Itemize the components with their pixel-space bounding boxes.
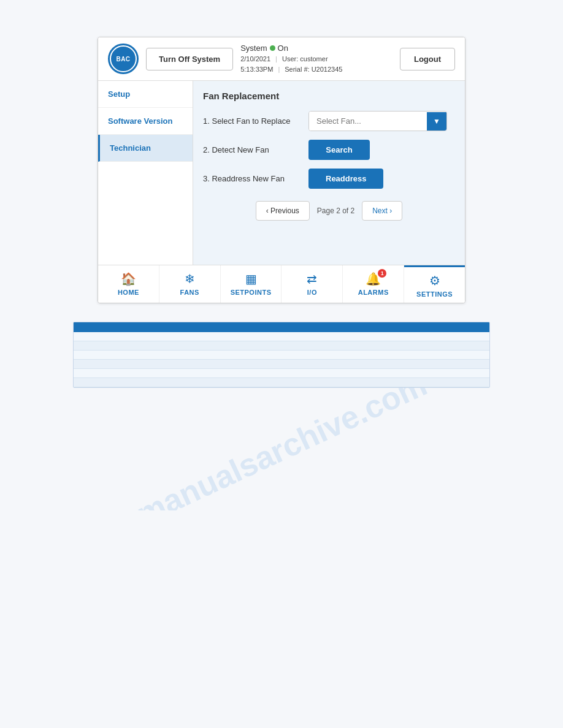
table-header-row	[74, 322, 489, 332]
alarm-badge: 1	[378, 269, 386, 278]
nav-item-home[interactable]: 🏠 HOME	[98, 265, 159, 303]
system-info: System On 2/10/2021 | User: customer 5:1…	[240, 44, 393, 74]
setpoints-icon: ▦	[245, 271, 257, 286]
nav-label-settings: SETTINGS	[416, 290, 453, 298]
time: 5:13:33PM	[240, 64, 273, 75]
watermark: manualsarchive.com	[131, 388, 432, 510]
turn-off-button[interactable]: Turn Off System	[146, 48, 233, 70]
table-cell	[153, 341, 489, 350]
fan-step-2: 2. Detect New Fan Search	[203, 140, 455, 160]
step-3-label: 3. Readdress New Fan	[203, 174, 301, 183]
watermark-container: manualsarchive.com	[73, 388, 490, 510]
user: User: customer	[282, 54, 328, 64]
nav-item-io[interactable]: ⇄ I/O	[282, 265, 343, 303]
serial: Serial #: U2012345	[285, 64, 342, 75]
header: BAC Turn Off System System On 2/10/2021 …	[98, 37, 465, 81]
next-button[interactable]: Next ›	[362, 201, 402, 221]
status-dot	[270, 45, 275, 51]
step-1-label: 1. Select Fan to Replace	[203, 116, 301, 126]
logo-inner: BAC	[110, 45, 137, 72]
sidebar: Setup Software Version Technician	[98, 81, 193, 265]
table-row	[74, 369, 489, 378]
previous-button[interactable]: ‹ Previous	[256, 201, 310, 221]
table-row	[74, 332, 489, 341]
nav-label-setpoints: SETPOINTS	[231, 289, 272, 296]
page-info: Page 2 of 2	[317, 207, 354, 215]
table-cell	[74, 378, 153, 387]
readdress-button[interactable]: Readdress	[308, 169, 383, 189]
status-label: On	[278, 44, 288, 53]
table-cell	[153, 378, 489, 387]
table-header-col1	[74, 322, 153, 332]
sidebar-item-technician[interactable]: Technician	[98, 135, 193, 162]
panel-title: Fan Replacement	[203, 91, 455, 101]
sidebar-item-setup[interactable]: Setup	[98, 81, 193, 108]
nav-label-home: HOME	[118, 289, 139, 296]
fan-step-3: 3. Readdress New Fan Readdress	[203, 169, 455, 189]
table-cell	[153, 332, 489, 341]
sidebar-item-software-version[interactable]: Software Version	[98, 108, 193, 135]
fan-select-container[interactable]: ▼	[308, 111, 447, 131]
home-icon: 🏠	[121, 271, 136, 286]
table-cell	[153, 369, 489, 377]
nav-label-alarms: ALARMS	[358, 289, 389, 296]
content-panel: Fan Replacement 1. Select Fan to Replace…	[193, 81, 465, 265]
search-button[interactable]: Search	[308, 140, 370, 160]
fan-step-1: 1. Select Fan to Replace ▼	[203, 111, 455, 131]
io-icon: ⇄	[307, 271, 317, 286]
system-label: System	[240, 44, 267, 53]
logo: BAC	[108, 44, 139, 74]
meta-row-2: 5:13:33PM | Serial #: U2012345	[240, 64, 393, 75]
nav-label-fans: FANS	[180, 289, 199, 296]
table-row	[74, 341, 489, 351]
system-meta: 2/10/2021 | User: customer 5:13:33PM | S…	[240, 54, 393, 74]
divider: |	[275, 54, 277, 64]
meta-row-1: 2/10/2021 | User: customer	[240, 54, 393, 64]
step-2-label: 2. Detect New Fan	[203, 145, 301, 154]
nav-label-io: I/O	[307, 289, 317, 296]
logo-text: BAC	[116, 56, 130, 63]
table-cell	[74, 369, 153, 377]
logout-button[interactable]: Logout	[400, 48, 455, 70]
fans-icon: ❄	[185, 271, 195, 286]
table-cell	[153, 360, 489, 368]
nav-item-settings[interactable]: ⚙ SETTINGS	[404, 265, 465, 303]
table-cell	[74, 332, 153, 341]
nav-item-fans[interactable]: ❄ FANS	[159, 265, 221, 303]
main-content: Setup Software Version Technician Fan Re…	[98, 81, 465, 265]
table-header-col2	[153, 322, 489, 332]
table-cell	[153, 351, 489, 359]
fan-select-input[interactable]	[309, 112, 427, 131]
table-row	[74, 351, 489, 360]
divider2: |	[278, 64, 280, 75]
nav-item-alarms[interactable]: 🔔 1 ALARMS	[343, 265, 404, 303]
data-table	[73, 322, 490, 388]
date: 2/10/2021	[240, 54, 270, 64]
system-status: System On	[240, 44, 393, 53]
nav-item-setpoints[interactable]: ▦ SETPOINTS	[221, 265, 282, 303]
table-cell	[74, 341, 153, 350]
table-row	[74, 360, 489, 369]
table-row	[74, 378, 489, 387]
bottom-nav: 🏠 HOME ❄ FANS ▦ SETPOINTS ⇄ I/O 🔔 1 ALAR…	[98, 265, 465, 303]
settings-icon: ⚙	[429, 273, 440, 288]
pagination: ‹ Previous Page 2 of 2 Next ›	[203, 201, 455, 221]
ui-card: BAC Turn Off System System On 2/10/2021 …	[98, 37, 465, 303]
table-cell	[74, 360, 153, 368]
dropdown-arrow-icon[interactable]: ▼	[427, 112, 446, 131]
table-cell	[74, 351, 153, 359]
